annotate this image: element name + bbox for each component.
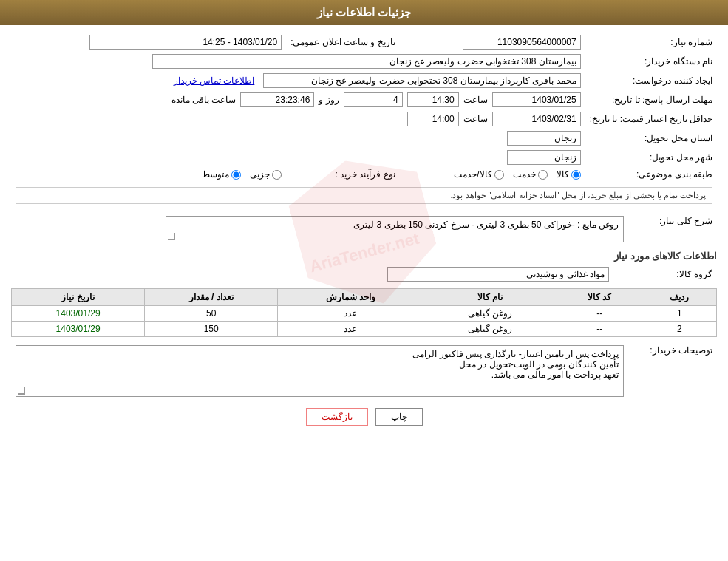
cell-tarikh: 1403/01/29: [12, 322, 145, 337]
tosihaat-text: پرداخت پس از تامین اعتبار- بارگذاری پیش …: [412, 349, 619, 380]
col-tedad: تعداد / مقدار: [145, 289, 278, 306]
namdastgah-value: بیمارستان 308 تختخوابی حضرت ولیعصر عج زن…: [11, 52, 585, 71]
mohlat-rooz-label: روز و: [319, 95, 339, 105]
tosihaat-label: توصیحات خریدار:: [628, 343, 717, 399]
cell-vahed: عدد: [278, 306, 423, 322]
main-info-table: شماره نیاز: 1103090564000007 تاریخ و ساع…: [11, 33, 717, 209]
shahr-input: زنجان: [507, 150, 581, 165]
table-row: 2--روغن گیاهیعدد1501403/01/29: [12, 322, 717, 337]
col-radif: ردیف: [642, 289, 717, 306]
tosihaat-table: توصیحات خریدار: پرداخت پس از تامین اعتبا…: [11, 343, 717, 399]
col-kod: کد کالا: [557, 289, 642, 306]
header-title: جزئیات اطلاعات نیاز: [317, 6, 411, 18]
cell-naam: روغن گیاهی: [423, 306, 557, 322]
gorohe-input: مواد غذائی و نوشیدنی: [387, 267, 609, 282]
ostan-label: استان محل تحویل:: [585, 129, 717, 148]
cell-tedad: 150: [145, 322, 278, 337]
hadaq-label: حداقل تاریخ اعتبار قیمت: تا تاریخ:: [585, 109, 717, 129]
radio-kala-khadamat-label: کالا/خدمت: [454, 169, 491, 180]
cell-kod: --: [557, 322, 642, 337]
tarikh-label: تاریخ و ساعت اعلان عمومی:: [286, 33, 400, 52]
namdastgah-input: بیمارستان 308 تختخوابی حضرت ولیعصر عج زن…: [152, 54, 581, 69]
page-header: جزئیات اطلاعات نیاز: [0, 0, 728, 25]
content-area: AriaTender.net شماره نیاز: 1103090564000…: [0, 25, 728, 439]
radio-kala-khadamat[interactable]: کالا/خدمت: [454, 169, 503, 180]
mohlat-saat-input: 23:23:46: [240, 92, 314, 107]
tosihaat-value-cell: پرداخت پس از تامین اعتبار- بارگذاری پیش …: [11, 343, 628, 399]
radio-khadamat-input[interactable]: [538, 170, 548, 180]
ostan-value: زنجان: [11, 129, 585, 148]
shomare-niaz-input: 1103090564000007: [463, 35, 581, 50]
mohlat-time-input: 14:30: [407, 92, 459, 107]
gorohe-table: گروه کالا: مواد غذائی و نوشیدنی: [11, 265, 717, 284]
sharh-table: شرح کلی نیاز: روغن مایع : -خوراکی 50 بطر…: [11, 214, 717, 245]
ijad-value: محمد باقری کارپرداز بیمارستان 308 تختخوا…: [11, 71, 585, 90]
radio-kala-khadamat-input[interactable]: [494, 170, 504, 180]
mohlat-rooz-input: 4: [344, 92, 403, 107]
mohlat-label: مهلت ارسال پاسخ: تا تاریخ:: [585, 90, 717, 109]
cell-naam: روغن گیاهی: [423, 322, 557, 337]
cell-tarikh: 1403/01/29: [12, 306, 145, 322]
noe-farayand-radios: جزیی متوسط: [11, 167, 286, 182]
radio-motevasset-input[interactable]: [231, 170, 241, 180]
hadaq-time-input: 14:00: [407, 112, 459, 126]
shomare-niaz-label: شماره نیاز:: [585, 33, 717, 52]
table-row: 1--روغن گیاهیعدد501403/01/29: [12, 306, 717, 322]
tabaqe-label: طبقه بندی موضوعی:: [585, 167, 717, 182]
radio-jozee[interactable]: جزیی: [250, 169, 282, 180]
cell-radif: 1: [642, 306, 717, 322]
items-table: ردیف کد کالا نام کالا واحد شمارش تعداد /…: [11, 288, 717, 337]
radio-kala-label: کالا: [557, 169, 569, 180]
col-naam: نام کالا: [423, 289, 557, 306]
cell-radif: 2: [642, 322, 717, 337]
gorohe-label: گروه کالا:: [613, 265, 717, 284]
radio-jozee-label: جزیی: [250, 169, 270, 180]
ettelaat-link[interactable]: اطلاعات تماس خریدار: [174, 75, 255, 86]
notice-cell: پرداخت تمام یا بخشی از مبلغ خرید، از محل…: [11, 182, 717, 209]
shahr-value: زنجان: [11, 148, 585, 167]
cell-vahed: عدد: [278, 322, 423, 337]
mohlat-time-label: ساعت: [463, 95, 488, 105]
back-button[interactable]: بازگشت: [306, 408, 368, 426]
radio-motevasset-label: متوسط: [202, 169, 229, 180]
shomare-niaz-value: 1103090564000007: [400, 33, 585, 52]
tosihaat-box: پرداخت پس از تامین اعتبار- بارگذاری پیش …: [16, 345, 624, 397]
radio-khadamat-label: خدمت: [513, 169, 536, 180]
namdastgah-label: نام دستگاه خریدار:: [585, 52, 717, 71]
print-button[interactable]: چاپ: [375, 408, 423, 426]
ostan-input: زنجان: [507, 131, 581, 146]
mohlat-saat-label: ساعت باقی مانده: [171, 95, 237, 105]
radio-motevasset[interactable]: متوسط: [202, 169, 241, 180]
page-wrapper: جزئیات اطلاعات نیاز AriaTender.net شماره…: [0, 0, 728, 561]
mohlat-row: 1403/01/25 ساعت 14:30 4 روز و 23:23:46 س…: [11, 90, 585, 109]
hadaq-time-label: ساعت: [463, 114, 488, 124]
tarikh-value: 1403/01/20 - 14:25: [11, 33, 286, 52]
footer-buttons: چاپ بازگشت: [11, 408, 717, 426]
tabaqe-radios: کالا خدمت کالا/خدمت: [400, 167, 585, 182]
resize-handle[interactable]: [168, 233, 175, 240]
tarikh-input: 1403/01/20 - 14:25: [89, 35, 282, 50]
ijad-input: محمد باقری کارپرداز بیمارستان 308 تختخوا…: [263, 73, 581, 88]
shahr-label: شهر محل تحویل:: [585, 148, 717, 167]
radio-khadamat[interactable]: خدمت: [513, 169, 548, 180]
col-tarikh: تاریخ نیاز: [12, 289, 145, 306]
hadaq-row: 1403/02/31 ساعت 14:00: [11, 109, 585, 129]
sharh-label: شرح کلی نیاز:: [628, 214, 717, 245]
cell-tedad: 50: [145, 306, 278, 322]
radio-kala[interactable]: کالا: [557, 169, 581, 180]
mohlat-date-input: 1403/01/25: [492, 92, 581, 107]
col-vahed: واحد شمارش: [278, 289, 423, 306]
radio-kala-input[interactable]: [571, 170, 581, 180]
noe-farayand-label: نوع فرآیند خرید :: [286, 167, 400, 182]
tosihaat-resize-handle[interactable]: [18, 387, 25, 395]
sharh-value-cell: روغن مایع : -خوراکی 50 بطری 3 لیتری - سر…: [11, 214, 628, 245]
radio-jozee-input[interactable]: [272, 170, 282, 180]
cell-kod: --: [557, 306, 642, 322]
notice-box: پرداخت تمام یا بخشی از مبلغ خرید، از محل…: [16, 187, 712, 204]
ijad-label: ایجاد کننده درخواست:: [585, 71, 717, 90]
hadaq-date-input: 1403/02/31: [492, 112, 581, 126]
sharh-text: روغن مایع : -خوراکی 50 بطری 3 لیتری - سر…: [353, 220, 619, 230]
